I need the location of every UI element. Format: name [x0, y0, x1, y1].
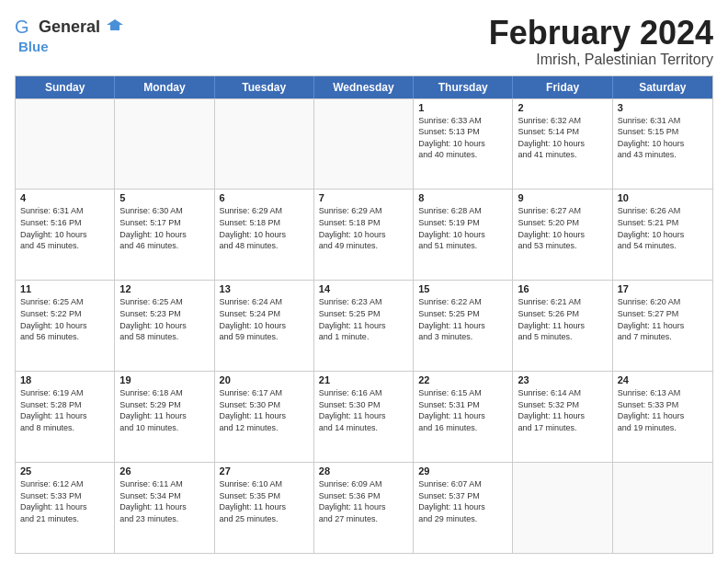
day-number: 29 — [418, 465, 507, 477]
day-number: 4 — [20, 192, 109, 203]
day-number: 22 — [418, 374, 507, 385]
calendar-cell-1-4: 8Sunrise: 6:28 AM Sunset: 5:19 PM Daylig… — [414, 190, 513, 280]
calendar-row-3: 18Sunrise: 6:19 AM Sunset: 5:28 PM Dayli… — [16, 371, 712, 462]
calendar-cell-4-4: 29Sunrise: 6:07 AM Sunset: 5:37 PM Dayli… — [414, 463, 513, 553]
calendar: Sunday Monday Tuesday Wednesday Thursday… — [15, 75, 713, 554]
calendar-cell-1-1: 5Sunrise: 6:30 AM Sunset: 5:17 PM Daylig… — [115, 190, 214, 280]
day-info: Sunrise: 6:17 AM Sunset: 5:30 PM Dayligh… — [220, 387, 309, 433]
page: G General Blue February 2024 Imrish, Pal… — [0, 0, 728, 563]
day-info: Sunrise: 6:25 AM Sunset: 5:23 PM Dayligh… — [119, 296, 209, 342]
calendar-cell-1-6: 10Sunrise: 6:26 AM Sunset: 5:21 PM Dayli… — [613, 190, 712, 280]
day-number: 8 — [418, 192, 507, 203]
day-info: Sunrise: 6:14 AM Sunset: 5:32 PM Dayligh… — [518, 387, 607, 433]
calendar-cell-0-5: 2Sunrise: 6:32 AM Sunset: 5:14 PM Daylig… — [513, 99, 612, 190]
day-number: 17 — [618, 283, 708, 294]
day-info: Sunrise: 6:23 AM Sunset: 5:25 PM Dayligh… — [319, 296, 408, 342]
calendar-row-4: 25Sunrise: 6:12 AM Sunset: 5:33 PM Dayli… — [16, 462, 712, 553]
bird-icon — [107, 17, 123, 32]
calendar-cell-3-6: 24Sunrise: 6:13 AM Sunset: 5:33 PM Dayli… — [613, 372, 712, 462]
day-number: 10 — [618, 192, 708, 203]
header-saturday: Saturday — [613, 76, 712, 98]
day-info: Sunrise: 6:32 AM Sunset: 5:14 PM Dayligh… — [518, 115, 607, 161]
day-number: 6 — [220, 192, 309, 203]
day-number: 19 — [119, 374, 209, 385]
calendar-cell-4-6 — [613, 463, 712, 553]
calendar-cell-1-3: 7Sunrise: 6:29 AM Sunset: 5:18 PM Daylig… — [314, 190, 414, 280]
day-info: Sunrise: 6:10 AM Sunset: 5:35 PM Dayligh… — [220, 478, 309, 524]
day-info: Sunrise: 6:13 AM Sunset: 5:33 PM Dayligh… — [618, 387, 708, 433]
day-info: Sunrise: 6:33 AM Sunset: 5:13 PM Dayligh… — [418, 115, 507, 161]
day-number: 20 — [220, 374, 309, 385]
calendar-header: Sunday Monday Tuesday Wednesday Thursday… — [16, 76, 712, 98]
page-title: February 2024 — [489, 15, 713, 52]
day-info: Sunrise: 6:20 AM Sunset: 5:27 PM Dayligh… — [618, 296, 708, 342]
calendar-cell-3-1: 19Sunrise: 6:18 AM Sunset: 5:29 PM Dayli… — [115, 372, 214, 462]
day-info: Sunrise: 6:22 AM Sunset: 5:25 PM Dayligh… — [418, 296, 507, 342]
calendar-cell-1-0: 4Sunrise: 6:31 AM Sunset: 5:16 PM Daylig… — [16, 190, 115, 280]
day-number: 11 — [20, 283, 109, 294]
calendar-cell-2-0: 11Sunrise: 6:25 AM Sunset: 5:22 PM Dayli… — [16, 281, 115, 371]
day-number: 7 — [319, 192, 408, 203]
calendar-cell-0-2 — [215, 99, 314, 190]
calendar-cell-3-3: 21Sunrise: 6:16 AM Sunset: 5:30 PM Dayli… — [314, 372, 414, 462]
day-info: Sunrise: 6:25 AM Sunset: 5:22 PM Dayligh… — [20, 296, 109, 342]
day-number: 18 — [20, 374, 109, 385]
calendar-body: 1Sunrise: 6:33 AM Sunset: 5:13 PM Daylig… — [16, 98, 712, 553]
calendar-cell-2-5: 16Sunrise: 6:21 AM Sunset: 5:26 PM Dayli… — [513, 281, 612, 371]
calendar-cell-0-4: 1Sunrise: 6:33 AM Sunset: 5:13 PM Daylig… — [414, 99, 513, 190]
calendar-cell-4-3: 28Sunrise: 6:09 AM Sunset: 5:36 PM Dayli… — [314, 463, 414, 553]
day-number: 27 — [220, 465, 309, 477]
day-info: Sunrise: 6:18 AM Sunset: 5:29 PM Dayligh… — [119, 387, 209, 433]
day-number: 25 — [20, 465, 109, 477]
header: G General Blue February 2024 Imrish, Pal… — [15, 15, 713, 68]
day-number: 21 — [319, 374, 408, 385]
calendar-cell-3-0: 18Sunrise: 6:19 AM Sunset: 5:28 PM Dayli… — [16, 372, 115, 462]
day-info: Sunrise: 6:07 AM Sunset: 5:37 PM Dayligh… — [418, 478, 507, 524]
calendar-cell-0-6: 3Sunrise: 6:31 AM Sunset: 5:15 PM Daylig… — [613, 99, 712, 190]
calendar-cell-3-5: 23Sunrise: 6:14 AM Sunset: 5:32 PM Dayli… — [513, 372, 612, 462]
day-info: Sunrise: 6:15 AM Sunset: 5:31 PM Dayligh… — [418, 387, 507, 433]
day-number: 23 — [518, 374, 607, 385]
calendar-row-1: 4Sunrise: 6:31 AM Sunset: 5:16 PM Daylig… — [16, 189, 712, 280]
calendar-cell-2-6: 17Sunrise: 6:20 AM Sunset: 5:27 PM Dayli… — [613, 281, 712, 371]
header-sunday: Sunday — [16, 76, 115, 98]
logo: G General Blue — [15, 15, 123, 54]
day-number: 12 — [119, 283, 209, 294]
calendar-cell-4-5 — [513, 463, 612, 553]
calendar-cell-1-5: 9Sunrise: 6:27 AM Sunset: 5:20 PM Daylig… — [513, 190, 612, 280]
day-info: Sunrise: 6:26 AM Sunset: 5:21 PM Dayligh… — [618, 205, 708, 251]
day-number: 2 — [518, 102, 607, 113]
day-info: Sunrise: 6:27 AM Sunset: 5:20 PM Dayligh… — [518, 205, 607, 251]
day-number: 14 — [319, 283, 408, 294]
day-number: 5 — [119, 192, 209, 203]
calendar-cell-0-0 — [16, 99, 115, 190]
day-info: Sunrise: 6:21 AM Sunset: 5:26 PM Dayligh… — [518, 296, 607, 342]
calendar-cell-4-1: 26Sunrise: 6:11 AM Sunset: 5:34 PM Dayli… — [115, 463, 214, 553]
calendar-cell-3-4: 22Sunrise: 6:15 AM Sunset: 5:31 PM Dayli… — [414, 372, 513, 462]
header-wednesday: Wednesday — [314, 76, 414, 98]
day-info: Sunrise: 6:12 AM Sunset: 5:33 PM Dayligh… — [20, 478, 109, 524]
day-number: 28 — [319, 465, 408, 477]
logo-general: General — [39, 17, 100, 36]
day-number: 16 — [518, 283, 607, 294]
svg-text:G: G — [15, 17, 29, 37]
day-number: 3 — [618, 102, 708, 113]
day-number: 1 — [418, 102, 507, 113]
title-block: February 2024 Imrish, Palestinian Territ… — [489, 15, 713, 68]
day-info: Sunrise: 6:24 AM Sunset: 5:24 PM Dayligh… — [220, 296, 309, 342]
header-thursday: Thursday — [414, 76, 513, 98]
day-number: 24 — [618, 374, 708, 385]
day-info: Sunrise: 6:28 AM Sunset: 5:19 PM Dayligh… — [418, 205, 507, 251]
day-info: Sunrise: 6:31 AM Sunset: 5:15 PM Dayligh… — [618, 115, 708, 161]
logo-icon: G — [15, 15, 39, 39]
day-info: Sunrise: 6:29 AM Sunset: 5:18 PM Dayligh… — [319, 205, 408, 251]
day-info: Sunrise: 6:09 AM Sunset: 5:36 PM Dayligh… — [319, 478, 408, 524]
calendar-row-2: 11Sunrise: 6:25 AM Sunset: 5:22 PM Dayli… — [16, 280, 712, 371]
day-info: Sunrise: 6:31 AM Sunset: 5:16 PM Dayligh… — [20, 205, 109, 251]
calendar-cell-0-1 — [115, 99, 214, 190]
calendar-cell-4-0: 25Sunrise: 6:12 AM Sunset: 5:33 PM Dayli… — [16, 463, 115, 553]
day-number: 26 — [119, 465, 209, 477]
day-info: Sunrise: 6:29 AM Sunset: 5:18 PM Dayligh… — [220, 205, 309, 251]
calendar-cell-2-2: 13Sunrise: 6:24 AM Sunset: 5:24 PM Dayli… — [215, 281, 314, 371]
logo-blue: Blue — [18, 39, 49, 54]
